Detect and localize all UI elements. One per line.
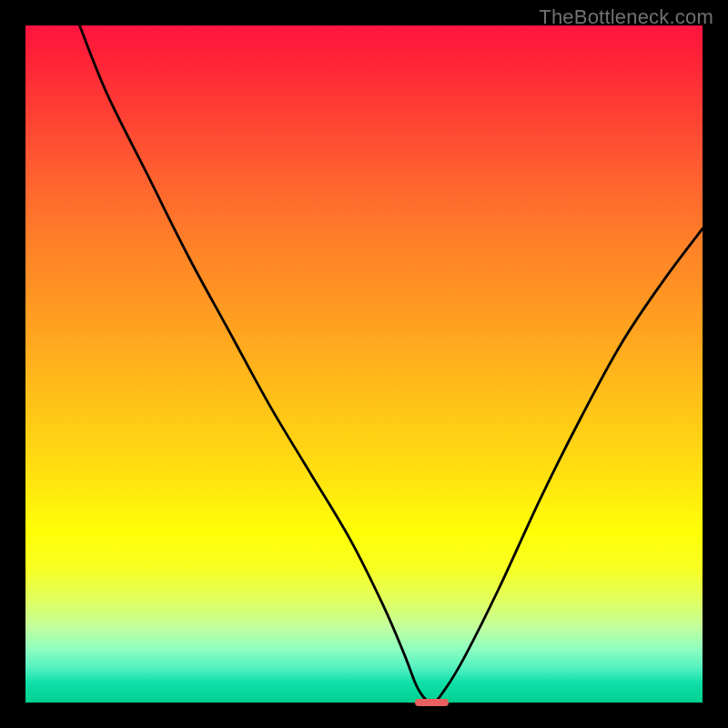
chart-plot-area	[25, 25, 703, 703]
optimum-marker	[415, 699, 449, 707]
bottleneck-curve	[25, 25, 703, 703]
watermark-text: TheBottleneck.com	[539, 5, 713, 29]
